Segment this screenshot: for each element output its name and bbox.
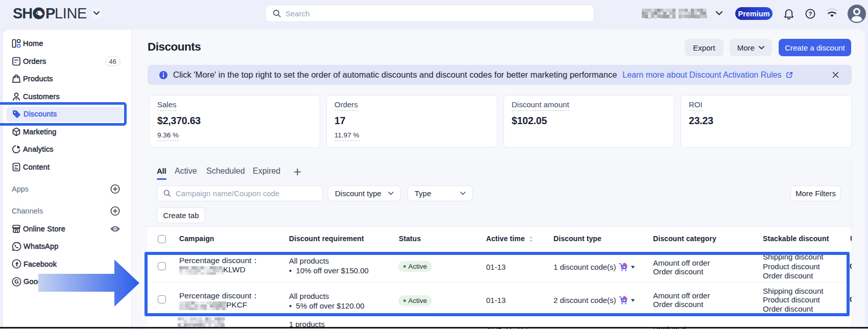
svg-text:G: G [14, 278, 19, 285]
svg-text:?: ? [808, 11, 812, 17]
